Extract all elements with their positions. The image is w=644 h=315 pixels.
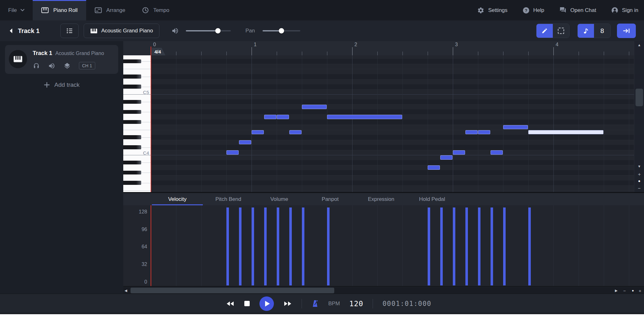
track-card[interactable]: Track 1 Acoustic Grand Piano CH 1	[5, 45, 118, 74]
metronome-icon[interactable]	[311, 300, 319, 308]
piano-key-black[interactable]	[123, 85, 141, 89]
piano-key-black[interactable]	[123, 161, 141, 165]
midi-note[interactable]	[453, 150, 465, 155]
add-track-button[interactable]: Add track	[0, 81, 123, 88]
layers-icon[interactable]	[64, 62, 71, 69]
piano-key-black[interactable]	[123, 145, 141, 149]
vertical-scrollbar-thumb[interactable]	[636, 89, 643, 106]
zoom-reset-horizontal-icon[interactable]: ●	[632, 289, 634, 292]
channel-badge[interactable]: CH 1	[79, 62, 95, 69]
zoom-in-vertical-icon[interactable]: ＋	[634, 171, 644, 177]
piano-key-black[interactable]	[123, 135, 141, 139]
pan-slider[interactable]	[263, 30, 300, 31]
horizontal-scrollbar[interactable]: ◀ ▶ − ● ＋	[123, 287, 644, 294]
play-button[interactable]	[259, 296, 274, 311]
zoom-reset-vertical-icon[interactable]: ●	[634, 179, 644, 183]
lane-tab-hold-pedal[interactable]: Hold Pedal	[407, 193, 458, 205]
bpm-value[interactable]: 120	[349, 300, 364, 308]
selection-tool-button[interactable]	[553, 24, 569, 38]
piano-key-black[interactable]	[123, 110, 141, 114]
back-to-arrange-button[interactable]: Track 1	[0, 27, 40, 35]
lane-tab-velocity[interactable]: Velocity	[152, 193, 203, 205]
stop-button[interactable]	[244, 301, 250, 307]
instrument-button[interactable]: Acoustic Grand Piano	[84, 24, 159, 38]
midi-note[interactable]	[478, 130, 490, 135]
midi-note[interactable]	[302, 105, 327, 109]
midi-note[interactable]	[277, 115, 289, 119]
mute-volume-icon[interactable]	[48, 62, 55, 69]
midi-note[interactable]	[264, 115, 276, 119]
velocity-bar[interactable]	[465, 207, 468, 285]
lane-tab-expression[interactable]: Expression	[356, 193, 407, 205]
piano-key-black[interactable]	[123, 171, 141, 175]
velocity-bar[interactable]	[453, 207, 455, 285]
track-avatar[interactable]	[9, 50, 27, 68]
measure-ruler[interactable]: 4/4 01234	[123, 41, 644, 56]
time-signature-badge[interactable]: 4/4	[152, 48, 165, 55]
tab-arrange[interactable]: Arrange	[86, 0, 134, 20]
lane-tab-volume[interactable]: Volume	[254, 193, 305, 205]
volume-slider[interactable]	[186, 30, 231, 31]
note-length-icon-button[interactable]	[578, 24, 594, 38]
velocity-bar[interactable]	[264, 207, 267, 285]
tab-tempo[interactable]: Tempo	[134, 0, 178, 20]
tab-piano-roll[interactable]: Piano Roll	[33, 0, 86, 20]
velocity-bar[interactable]	[302, 207, 304, 285]
help-button[interactable]: ? Help	[523, 7, 544, 14]
solo-headphones-icon[interactable]	[33, 62, 40, 69]
velocity-bar[interactable]	[503, 207, 506, 285]
velocity-bar[interactable]	[440, 207, 443, 285]
piano-key-black[interactable]	[123, 181, 141, 185]
velocity-bar[interactable]	[226, 207, 229, 285]
velocity-bar[interactable]	[491, 207, 493, 285]
piano-roll-grid[interactable]	[151, 55, 644, 192]
scroll-right-arrow-icon[interactable]: ▶	[615, 289, 618, 293]
open-chat-button[interactable]: Open Chat	[559, 7, 596, 14]
velocity-bar[interactable]	[327, 207, 330, 285]
pencil-tool-button[interactable]	[536, 24, 553, 38]
velocity-bar[interactable]	[528, 207, 531, 285]
zoom-out-vertical-icon[interactable]: −	[634, 185, 644, 191]
midi-note[interactable]	[327, 115, 402, 119]
fast-forward-button[interactable]	[283, 301, 292, 307]
zoom-in-horizontal-icon[interactable]: ＋	[638, 288, 642, 294]
velocity-lane[interactable]: 1289664320	[123, 205, 644, 286]
midi-note[interactable]	[252, 130, 264, 135]
scroll-down-arrow-icon[interactable]: ▼	[634, 164, 644, 168]
vertical-scrollbar[interactable]: ▲ ▼ ＋ ● −	[634, 41, 644, 192]
midi-note[interactable]	[491, 150, 503, 155]
track-list-button[interactable]	[60, 24, 79, 38]
lane-tab-panpot[interactable]: Panpot	[305, 193, 356, 205]
zoom-out-horizontal-icon[interactable]: −	[623, 288, 626, 293]
scroll-up-arrow-icon[interactable]: ▲	[634, 43, 644, 47]
velocity-bar[interactable]	[277, 207, 279, 285]
midi-note[interactable]	[465, 130, 478, 135]
file-menu-button[interactable]: File	[0, 0, 33, 20]
midi-note[interactable]	[503, 125, 528, 130]
volume-slider-thumb[interactable]	[215, 28, 220, 34]
pan-slider-thumb[interactable]	[279, 28, 284, 34]
midi-note[interactable]	[428, 165, 440, 170]
auto-scroll-button[interactable]	[617, 24, 636, 38]
velocity-bar[interactable]	[252, 207, 254, 285]
velocity-bar[interactable]	[289, 207, 292, 285]
midi-note[interactable]	[239, 140, 251, 145]
horizontal-scrollbar-thumb[interactable]	[130, 288, 334, 293]
sign-in-button[interactable]: Sign in	[611, 7, 638, 14]
settings-button[interactable]: Settings	[477, 7, 507, 14]
piano-key-black[interactable]	[123, 75, 141, 79]
midi-note[interactable]	[226, 150, 239, 155]
velocity-bar[interactable]	[428, 207, 430, 285]
scroll-left-arrow-icon[interactable]: ◀	[125, 289, 127, 293]
midi-note[interactable]	[289, 130, 302, 135]
midi-note-selected[interactable]	[528, 130, 603, 135]
lane-tab-pitch-bend[interactable]: Pitch Bend	[203, 193, 254, 205]
rewind-button[interactable]	[226, 301, 235, 307]
piano-key-black[interactable]	[123, 100, 141, 104]
piano-key-black[interactable]	[123, 59, 141, 64]
velocity-bar[interactable]	[239, 207, 242, 285]
piano-keyboard[interactable]: C5C4	[123, 55, 151, 192]
note-length-value[interactable]: 8	[594, 24, 610, 38]
midi-note[interactable]	[440, 155, 452, 160]
velocity-bar[interactable]	[478, 207, 480, 285]
